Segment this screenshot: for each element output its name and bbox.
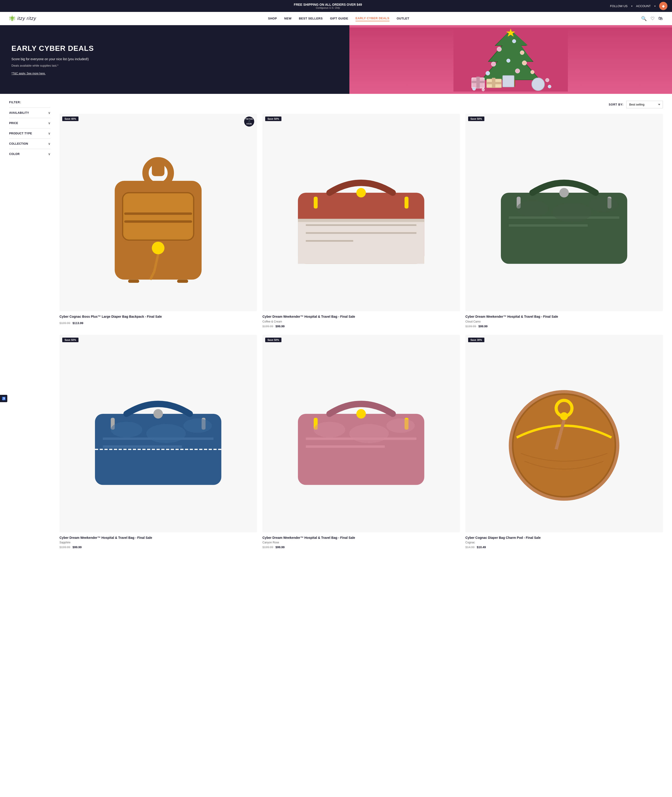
product-card-2[interactable]: Save 50% Cyber Dre [262, 114, 460, 328]
filter-collection-chevron: ∨ [48, 142, 51, 146]
filter-color-header[interactable]: COLOR ∨ [9, 152, 50, 156]
product-card-6[interactable]: Save 30% [466, 335, 663, 549]
filter-color-label: COLOR [9, 152, 20, 156]
header: 🕷 itzy ritzy SHOP NEW BEST SELLERS GIFT … [0, 12, 672, 25]
filter-price-header[interactable]: PRICE ∨ [9, 121, 50, 125]
products-area: SORT BY: Best selling Price: Low to High… [59, 101, 663, 549]
sort-select[interactable]: Best selling Price: Low to High Price: H… [626, 101, 663, 108]
svg-point-73 [386, 419, 415, 433]
save-badge-2: Save 50% [265, 117, 282, 121]
tiktok-badge-1: TIKTOK🎵FAVE [244, 117, 254, 127]
nav-item-new[interactable]: NEW [284, 16, 291, 21]
search-icon[interactable]: 🔍 [641, 16, 647, 21]
product-image-wrap-1: Save 40% TIKTOK🎵FAVE [59, 114, 257, 311]
hero-section: EARLY CYBER DEALS Score big for everyone… [0, 25, 672, 94]
save-badge-1: Save 40% [62, 117, 78, 121]
accessibility-button[interactable]: ♿ [0, 395, 7, 402]
price-original-6: $14.99 [466, 545, 475, 549]
filter-price: PRICE ∨ [9, 118, 50, 128]
filter-collection-label: COLLECTION [9, 142, 28, 145]
price-sale-3: $99.99 [478, 325, 488, 328]
svg-point-56 [154, 409, 163, 419]
product-card-5[interactable]: Save 50% Cyber Dre [262, 335, 460, 549]
product-variant-4: Sapphire [59, 541, 257, 544]
filter-product-type-header[interactable]: PRODUCT TYPE ∨ [9, 131, 50, 135]
nav-item-shop[interactable]: SHOP [268, 16, 277, 21]
follow-us-button[interactable]: FOLLOW US [610, 4, 627, 8]
svg-point-22 [546, 78, 549, 82]
filter-collection-header[interactable]: COLLECTION ∨ [9, 142, 50, 146]
svg-point-11 [531, 70, 534, 74]
product-image-2 [282, 133, 440, 291]
save-badge-3: Save 50% [468, 117, 484, 121]
product-name-1: Cyber Cognac Boss Plus™ Large Diaper Bag… [59, 314, 257, 319]
svg-rect-27 [123, 193, 194, 240]
product-variant-3: Cloud Camo [466, 320, 663, 323]
cart-icon[interactable]: 🛍 [658, 16, 663, 21]
product-name-4: Cyber Dream Weekender™ Hospital & Travel… [59, 536, 257, 540]
product-card-1[interactable]: Save 40% TIKTOK🎵FAVE [59, 114, 257, 328]
svg-rect-49 [509, 225, 588, 227]
product-price-5: $199.99 $99.99 [262, 545, 460, 549]
filter-availability-chevron: ∨ [48, 111, 51, 115]
svg-point-40 [357, 188, 366, 197]
product-variant-6: Cognac [466, 541, 663, 544]
price-original-2: $199.99 [262, 325, 273, 328]
follow-chevron-icon: ▾ [631, 5, 632, 7]
svg-point-63 [184, 419, 212, 433]
product-variant-5: Canyon Rose [262, 541, 460, 544]
main-nav: SHOP NEW BEST SELLERS GIFT GUIDE EARLY C… [268, 16, 409, 21]
rewards-icon[interactable]: ◆ [659, 2, 667, 10]
price-sale-5: $99.99 [275, 545, 285, 549]
hero-text-block: EARLY CYBER DEALS Score big for everyone… [0, 25, 349, 94]
product-grid: Save 40% TIKTOK🎵FAVE [59, 114, 663, 549]
svg-rect-16 [472, 81, 484, 83]
product-name-2: Cyber Dream Weekender™ Hospital & Travel… [262, 314, 460, 319]
product-name-3: Cyber Dream Weekender™ Hospital & Travel… [466, 314, 663, 319]
nav-item-best-sellers[interactable]: BEST SELLERS [299, 16, 323, 21]
filter-availability-header[interactable]: AVAILABILITY ∨ [9, 111, 50, 115]
svg-point-61 [111, 422, 142, 438]
filter-price-chevron: ∨ [48, 121, 51, 125]
svg-rect-43 [306, 240, 353, 242]
svg-point-8 [522, 61, 527, 65]
svg-rect-38 [298, 220, 424, 264]
svg-point-72 [349, 424, 389, 443]
wishlist-icon[interactable]: ♡ [651, 16, 654, 21]
product-card-3[interactable]: Save 50% [466, 114, 663, 328]
hero-tc-link[interactable]: *T&C apply. See more here. [11, 72, 338, 75]
svg-rect-29 [152, 160, 165, 176]
hero-tree-svg [349, 27, 672, 91]
price-sale-4: $99.99 [72, 545, 82, 549]
announcement-shipping-text: FREE SHIPPING ON ALL ORDERS OVER $49 [46, 3, 610, 6]
account-button[interactable]: ACCOUNT [636, 4, 651, 8]
save-badge-5: Save 50% [265, 338, 282, 342]
product-price-3: $199.99 $99.99 [466, 325, 663, 328]
product-card-4[interactable]: Save 50% [59, 335, 257, 549]
svg-point-9 [486, 71, 490, 75]
price-original-3: $199.99 [466, 325, 476, 328]
nav-item-outlet[interactable]: OUTLET [397, 16, 409, 21]
svg-point-62 [146, 424, 186, 443]
announcement-shipping-sub: Contiguous U.S. Only [46, 6, 610, 9]
svg-point-23 [472, 87, 476, 90]
filter-product-type-label: PRODUCT TYPE [9, 132, 32, 135]
svg-rect-45 [405, 197, 408, 208]
sort-bar: SORT BY: Best selling Price: Low to High… [59, 101, 663, 108]
price-sale-2: $99.99 [275, 325, 285, 328]
nav-item-gift-guide[interactable]: GIFT GUIDE [330, 16, 348, 21]
announcement-bar: FREE SHIPPING ON ALL ORDERS OVER $49 Con… [0, 0, 672, 12]
filter-product-type-chevron: ∨ [48, 131, 51, 135]
svg-point-75 [513, 394, 616, 497]
nav-item-cyber-deals[interactable]: EARLY CYBER DEALS [355, 16, 389, 21]
filter-price-label: PRICE [9, 122, 18, 125]
svg-point-52 [517, 201, 548, 216]
svg-point-3 [497, 47, 502, 51]
svg-point-6 [491, 62, 496, 66]
logo-text: itzy ritzy [18, 16, 36, 21]
hero-subtitle: Score big for everyone on your nice list… [11, 57, 338, 62]
logo[interactable]: 🕷 itzy ritzy [9, 14, 36, 22]
product-image-3 [485, 133, 643, 291]
svg-point-53 [552, 203, 592, 222]
hero-tree-scene [349, 27, 672, 91]
